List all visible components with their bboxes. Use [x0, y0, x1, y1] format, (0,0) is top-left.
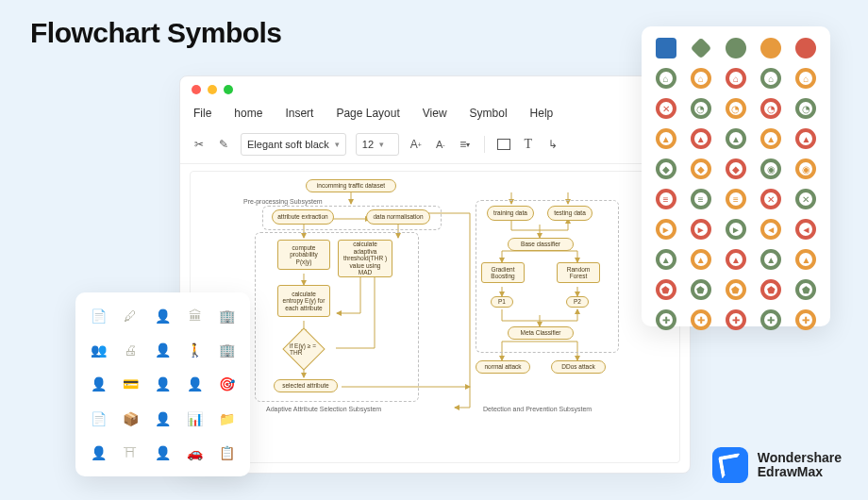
clipart-item[interactable]: 🏢 [214, 336, 241, 364]
menu-view[interactable]: View [423, 107, 447, 120]
symbol-item[interactable]: ◔ [793, 96, 819, 121]
clipart-item[interactable]: 🚗 [182, 439, 209, 467]
symbol-item[interactable] [688, 36, 713, 60]
clipart-item[interactable]: 👤 [149, 336, 175, 364]
symbol-item[interactable]: ◉ [759, 157, 784, 181]
symbol-item[interactable]: ✚ [653, 308, 678, 332]
node-ddos-attack[interactable]: DDos attack [551, 360, 606, 374]
symbol-item[interactable]: ◄ [759, 217, 784, 242]
minimize-icon[interactable] [208, 85, 217, 94]
cut-button[interactable]: ✂ [192, 137, 207, 152]
node-calculate-threshold[interactable]: calculate adaptiva threshold(THR ) value… [338, 240, 392, 277]
node-meta-classifier[interactable]: Meta Classifier [508, 326, 574, 340]
node-compute-probability[interactable]: compute probability P(x|y) [277, 240, 330, 270]
shape-rect-button[interactable] [496, 137, 511, 152]
symbol-item[interactable]: ⬟ [688, 277, 713, 302]
clipart-item[interactable]: 🖨 [117, 336, 143, 364]
symbol-item[interactable]: ► [653, 217, 678, 242]
symbol-item[interactable]: ≡ [723, 187, 748, 211]
symbol-item[interactable]: ◄ [793, 217, 819, 242]
symbol-item[interactable]: ✚ [793, 308, 819, 332]
symbol-item[interactable]: ◆ [723, 157, 748, 181]
node-training-data[interactable]: training data [487, 206, 534, 221]
clipart-item[interactable]: 👤 [149, 302, 175, 330]
clipart-item[interactable]: 👥 [85, 336, 111, 364]
clipart-item[interactable]: 📦 [117, 405, 143, 433]
clipart-item[interactable]: 👤 [149, 405, 175, 433]
clipart-item[interactable]: 📁 [214, 405, 241, 433]
symbol-item[interactable]: ▲ [759, 126, 784, 151]
menu-page-layout[interactable]: Page Layout [336, 107, 399, 120]
symbol-item[interactable]: ▲ [723, 247, 748, 272]
symbol-item[interactable]: ✕ [759, 187, 784, 211]
symbol-item[interactable]: ▲ [688, 247, 713, 272]
symbol-item[interactable]: ► [723, 217, 748, 242]
symbol-item[interactable]: ⌂ [723, 66, 748, 91]
clipart-item[interactable]: ⛩ [117, 439, 143, 467]
symbol-item[interactable]: ≡ [653, 187, 678, 211]
node-testing-data[interactable]: testing data [547, 206, 593, 221]
clipart-item[interactable]: 👤 [85, 370, 111, 398]
node-p1[interactable]: P1 [491, 296, 513, 308]
menu-help[interactable]: Help [530, 107, 554, 120]
symbol-item[interactable]: ⬟ [793, 277, 819, 302]
align-button[interactable]: ≡▾ [458, 137, 473, 152]
clipart-item[interactable]: 🏢 [214, 302, 241, 330]
font-size-select[interactable]: 12 ▾ [356, 133, 399, 156]
clipart-item[interactable]: 👤 [85, 439, 111, 467]
node-selected-attribute[interactable]: selected attribute [274, 379, 338, 392]
symbol-item[interactable]: ► [688, 217, 713, 242]
canvas[interactable]: incomming traffic dataset Pre-processing… [190, 171, 680, 463]
menu-file[interactable]: File [193, 107, 211, 120]
symbol-item[interactable]: ▲ [793, 126, 819, 151]
symbol-item[interactable]: ◔ [723, 96, 748, 121]
symbol-item[interactable]: ▲ [653, 247, 678, 272]
symbol-item[interactable]: ✚ [759, 308, 784, 332]
menu-home[interactable]: home [234, 107, 262, 120]
symbol-item[interactable]: ✚ [688, 308, 713, 332]
symbol-item[interactable]: ▲ [793, 247, 819, 272]
symbol-item[interactable] [759, 36, 784, 60]
menu-insert[interactable]: Insert [285, 107, 313, 120]
symbol-item[interactable]: ⬟ [653, 277, 678, 302]
symbol-item[interactable]: ⌂ [793, 66, 819, 91]
clipart-item[interactable]: 📄 [85, 405, 111, 433]
format-painter-button[interactable]: ✎ [216, 137, 231, 152]
node-incoming-dataset[interactable]: incomming traffic dataset [306, 179, 396, 192]
symbol-item[interactable]: ⬟ [723, 277, 748, 302]
clipart-item[interactable]: 🏛 [182, 302, 209, 330]
symbol-item[interactable] [793, 36, 819, 60]
clipart-item[interactable]: 📄 [85, 302, 111, 330]
symbol-item[interactable]: ⌂ [688, 66, 713, 91]
symbol-item[interactable]: ▲ [723, 126, 748, 151]
clipart-item[interactable]: 👤 [149, 370, 175, 398]
menu-symbol[interactable]: Symbol [470, 107, 508, 120]
node-attribute-extraction[interactable]: attribute extraction [272, 209, 334, 225]
node-normal-attack[interactable]: normal attack [476, 360, 530, 374]
clipart-item[interactable]: 👤 [149, 439, 175, 467]
node-calculate-entropy[interactable]: calculate entropy E(y) for each attribut… [277, 285, 330, 317]
symbol-item[interactable]: ▲ [688, 126, 713, 151]
symbol-item[interactable]: ✚ [723, 308, 748, 332]
clipart-item[interactable]: 💳 [117, 370, 143, 398]
symbol-item[interactable]: ✕ [793, 187, 819, 211]
node-base-classifier[interactable]: Base classifier [508, 238, 574, 251]
clipart-item[interactable]: 📊 [182, 405, 209, 433]
text-tool-button[interactable]: T [521, 137, 536, 152]
clipart-item[interactable]: 📋 [214, 439, 241, 467]
clipart-item[interactable]: 🖊 [117, 302, 143, 330]
symbol-item[interactable] [653, 36, 678, 60]
symbol-item[interactable]: ▲ [759, 247, 784, 272]
symbol-item[interactable]: ≡ [688, 187, 713, 211]
symbol-item[interactable]: ⬟ [759, 277, 784, 302]
symbol-item[interactable]: ◉ [793, 157, 819, 181]
symbol-item[interactable]: ◔ [759, 96, 784, 121]
maximize-icon[interactable] [224, 85, 233, 94]
node-data-normalisation[interactable]: data normalisation [366, 209, 430, 225]
symbol-item[interactable]: ⌂ [759, 66, 784, 91]
node-p2[interactable]: P2 [566, 296, 589, 308]
node-random-forest[interactable]: Random Forest [557, 262, 600, 283]
symbol-item[interactable]: ▲ [653, 126, 678, 151]
symbol-item[interactable]: ⌂ [653, 66, 678, 91]
symbol-item[interactable] [723, 36, 748, 60]
